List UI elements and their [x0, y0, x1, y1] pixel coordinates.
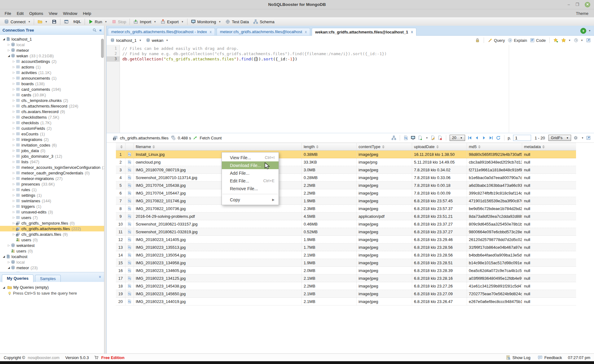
context-menu-item-add-file-[interactable]: Add File...: [222, 169, 279, 177]
sql-button[interactable]: SQL: [71, 18, 83, 25]
table-row[interactable]: 19IMG_20180223_145650.jpg2.1MBimage/jpeg…: [116, 290, 576, 298]
expander-icon[interactable]: ▷: [12, 121, 16, 124]
expander-icon[interactable]: ▷: [12, 194, 16, 197]
schema-button[interactable]: Schema: [251, 18, 277, 25]
run-button[interactable]: Run ▼: [86, 18, 109, 25]
tree-item-unsaved-edits[interactable]: ▷unsaved-edits(3): [0, 209, 104, 215]
cell-preview[interactable]: [125, 267, 134, 274]
import-button[interactable]: Import ▼: [131, 18, 158, 25]
page-size-select[interactable]: 20 ▼: [450, 135, 465, 141]
maximize-results-button[interactable]: [586, 135, 591, 140]
chevron-down-icon[interactable]: ▼: [581, 137, 584, 139]
view-mode-select[interactable]: GridFs ▼: [548, 135, 571, 141]
table-row[interactable]: 3IMG_20180709_080719.jpg3.0MBimage/jpeg7…: [116, 166, 576, 174]
tree-item-card-comments[interactable]: ▷card_comments(194): [0, 86, 104, 92]
restore-button[interactable]: ❐: [575, 2, 579, 7]
column-header-length[interactable]: length: [302, 143, 357, 150]
expander-icon[interactable]: ▷: [7, 261, 11, 264]
minimize-button[interactable]: –: [568, 2, 570, 7]
connect-button[interactable]: Connect ▼: [2, 18, 33, 25]
tree-item-boards[interactable]: ▷boards(138): [0, 81, 104, 86]
expander-icon[interactable]: ◢: [7, 266, 11, 269]
chevron-down-icon[interactable]: ▼: [426, 137, 428, 139]
expander-icon[interactable]: ▷: [12, 116, 16, 119]
context-menu-item-remove-file-[interactable]: Remove File...: [222, 185, 279, 192]
expander-icon[interactable]: ▷: [12, 177, 16, 180]
tab-my-queries[interactable]: My Queries: [2, 274, 33, 282]
open-file-button[interactable]: ▼: [35, 18, 50, 25]
refresh-icon[interactable]: [496, 135, 501, 140]
explain-button[interactable]: ? Explain: [508, 38, 527, 43]
document-tab-1[interactable]: meteor:cfs_gridfs.attachments.files@loca…: [108, 28, 215, 35]
tree-item-wekan[interactable]: ◢wekan(33 | 0.21GB): [0, 53, 104, 59]
tree-item-accountsettings[interactable]: ▷accountSettings(2): [0, 59, 104, 64]
export-button[interactable]: Export ▼: [158, 18, 186, 25]
table-row[interactable]: 1Install_Linux.jpg0.38MBimage/jpeg16.11.…: [116, 151, 576, 158]
tree-item-customfields[interactable]: ▷customFields(2): [0, 125, 104, 131]
tree-item-cfs-gridfs-attachments-files[interactable]: ▷cfs_gridfs.attachments.files(222): [0, 226, 104, 231]
show-log-button[interactable]: Show Log: [506, 355, 530, 360]
search-icon[interactable]: [92, 28, 97, 32]
column-header-md5[interactable]: md5: [467, 143, 522, 150]
site-link[interactable]: nosqlbooster.com: [28, 355, 59, 360]
add-favorite-button[interactable]: [553, 38, 558, 43]
column-header-rownum[interactable]: [116, 143, 125, 150]
expander-icon[interactable]: ▷: [12, 93, 16, 96]
cell-preview[interactable]: [125, 174, 134, 181]
expander-icon[interactable]: ▷: [12, 143, 16, 147]
cell-preview[interactable]: [125, 182, 134, 189]
tree-item-settings[interactable]: ▷settings(1): [0, 192, 104, 198]
cell-preview[interactable]: [125, 205, 134, 212]
cell-preview[interactable]: [125, 251, 134, 259]
query-editor[interactable]: 1// Files can be added easily with drag …: [107, 45, 594, 133]
tree-item-cfs-gridfs-avatars-files[interactable]: ▷cfs_gridfs.avatars.files(9): [0, 231, 104, 237]
expander-icon[interactable]: ▷: [12, 166, 16, 169]
tree-item-cfs-gridfs-tempstore-files[interactable]: ▷cfs_gridfs._tempstore.files(0): [0, 220, 104, 226]
expander-icon[interactable]: ▷: [12, 221, 16, 225]
column-header-metadata[interactable]: metadata: [522, 143, 576, 150]
cell-preview[interactable]: [125, 290, 134, 297]
tree-item-cfs-attachments-filerecord[interactable]: ▷cfs.attachments.filerecord(224): [0, 103, 104, 109]
prev-page-button[interactable]: [474, 135, 479, 140]
expander-icon[interactable]: ▷: [12, 182, 16, 186]
expander-icon[interactable]: ▷: [12, 188, 16, 191]
expander-icon[interactable]: ▷: [12, 88, 16, 91]
breadcrumb-connection[interactable]: localhost_1 ▼: [110, 38, 142, 43]
cell-preview[interactable]: [125, 189, 134, 197]
expander-icon[interactable]: ▷: [12, 233, 16, 236]
table-row[interactable]: 15IMG_20180223_134958.jpg1.9MBimage/jpeg…: [116, 259, 576, 267]
tree-item-presences[interactable]: ▷presences(33.6K): [0, 181, 104, 187]
tab-close-icon[interactable]: x: [411, 30, 413, 34]
tree-item-integrations[interactable]: ▷integrations(2): [0, 137, 104, 142]
shell-button[interactable]: [62, 18, 71, 25]
test-data-button[interactable]: Test Data: [223, 18, 251, 25]
tree-item-cfs-tempstore-chunks[interactable]: ▷cfs._tempstore.chunks(2): [0, 98, 104, 103]
expander-icon[interactable]: ▷: [12, 77, 16, 80]
delete-document-icon[interactable]: [438, 135, 442, 140]
save-button[interactable]: [50, 18, 59, 25]
breadcrumb-database[interactable]: wekan ▼: [146, 38, 169, 43]
tree-item-wekantest[interactable]: ▷wekantest: [0, 243, 104, 248]
table-row[interactable]: 4Screenshot_20180710-113714.jpg0.28MBima…: [116, 174, 576, 182]
tree-item-meteor-oauth-pendingcredentials[interactable]: ▷meteor_oauth_pendingCredentials(0): [0, 170, 104, 176]
monitoring-button[interactable]: Monitoring ▼: [189, 18, 223, 25]
cell-preview[interactable]: [125, 166, 134, 173]
query-builder-button[interactable]: Query: [488, 38, 505, 43]
gear-icon[interactable]: [573, 135, 578, 140]
menu-window[interactable]: Window: [60, 11, 80, 16]
next-page-button[interactable]: [482, 135, 486, 140]
menu-view[interactable]: View: [46, 11, 60, 16]
expander-icon[interactable]: ◢: [2, 286, 6, 289]
menu-help[interactable]: Help: [80, 11, 94, 16]
table-row[interactable]: 20IMG_20180223_144019.jpg2.1MBimage/jpeg…: [116, 298, 576, 305]
table-row[interactable]: 13IMG_20180223_135513.jpg1.7MBimage/jpeg…: [116, 243, 576, 251]
column-header-uploaddate[interactable]: uploadDate: [412, 143, 467, 150]
tree-item-actions[interactable]: ▷actions(1): [0, 64, 104, 70]
column-header-filename[interactable]: filename: [134, 143, 302, 150]
tree-item-announcements[interactable]: ▷announcements(1): [0, 75, 104, 81]
tree-item-escounts[interactable]: ▷esCounts(1): [0, 131, 104, 137]
expander-icon[interactable]: ▷: [12, 138, 16, 141]
cell-preview[interactable]: [125, 197, 134, 204]
tree-item-checklistitems[interactable]: ▷checklistItems(7.5K): [0, 114, 104, 120]
expander-icon[interactable]: ▷: [12, 82, 16, 85]
